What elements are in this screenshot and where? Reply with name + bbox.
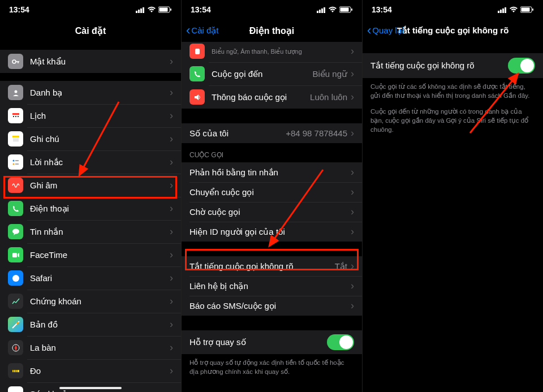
status-indicators [136, 6, 172, 13]
row-label: Lời nhắc [30, 157, 170, 167]
svg-rect-31 [319, 10, 321, 13]
chevron-right-icon: › [351, 300, 354, 312]
page-title: Cài đặt [75, 25, 106, 36]
row-notification-style[interactable]: Biểu ngữ, Âm thanh, Biểu tượng › [182, 42, 362, 62]
chevron-right-icon: › [351, 45, 354, 57]
chevron-right-icon: › [351, 68, 354, 80]
wifi-icon [328, 6, 337, 13]
settings-row-calendar[interactable]: Lịch › [0, 104, 181, 127]
svg-rect-39 [498, 11, 499, 13]
safari-icon [8, 270, 23, 286]
page-title: Tắt tiếng cuộc gọi không rõ [397, 25, 509, 36]
measure-icon [8, 363, 23, 378]
row-label: Chờ cuộc gọi [189, 207, 351, 217]
wifi-icon [509, 6, 518, 13]
svg-rect-32 [321, 8, 323, 13]
cellular-icon [498, 7, 507, 13]
nav-header: Cài đặt [0, 19, 181, 42]
settings-row-compass[interactable]: La bàn › [0, 336, 181, 359]
dial-assist-note: Hỗ trợ quay số tự động xác định tiền tố … [182, 354, 362, 383]
stocks-icon [8, 294, 23, 309]
status-bar: 13:54 [0, 0, 181, 19]
nav-header: ‹ Quay lại Tắt tiếng cuộc gọi không rõ [363, 19, 543, 42]
row-label: Sức khoẻ [30, 389, 170, 393]
silence-unknown-toggle[interactable] [508, 58, 535, 74]
svg-rect-21 [12, 253, 17, 257]
svg-rect-2 [140, 8, 142, 13]
chevron-left-icon: ‹ [186, 24, 190, 37]
settings-row-measure[interactable]: Đo › [0, 359, 181, 382]
voice-memos-icon [8, 178, 23, 193]
chevron-right-icon: › [170, 342, 173, 354]
row-silence-unknown[interactable]: Tắt tiếng cuộc gọi không rõ Tắt › [182, 256, 362, 276]
health-icon [8, 386, 23, 392]
row-label: FaceTime [30, 250, 170, 260]
dial-assist-toggle[interactable] [327, 334, 354, 350]
maps-icon [8, 317, 23, 332]
status-time: 13:54 [191, 5, 211, 14]
status-indicators [498, 6, 534, 13]
svg-rect-1 [138, 10, 140, 13]
row-incoming-calls[interactable]: Cuộc gọi đến Biểu ngữ › [182, 62, 362, 85]
silence-note-2: Cuộc gọi đến từ những người có trong dan… [363, 107, 543, 141]
settings-row-notes[interactable]: Ghi chú › [0, 127, 181, 150]
reminders-icon [8, 154, 23, 170]
settings-row-reminders[interactable]: Lời nhắc › [0, 150, 181, 174]
row-announce-calls[interactable]: Thông báo cuộc gọi Luôn luôn › [182, 85, 362, 109]
chevron-right-icon: › [170, 203, 173, 214]
svg-point-8 [14, 90, 17, 93]
row-label: Hỗ trợ quay số [189, 337, 327, 347]
svg-rect-33 [324, 7, 325, 13]
row-label: Bản đồ [30, 320, 170, 330]
chevron-right-icon: › [170, 249, 173, 261]
settings-row-facetime[interactable]: FaceTime › [0, 243, 181, 266]
row-silence-toggle[interactable]: Tắt tiếng cuộc gọi không rõ [363, 53, 543, 78]
row-call-waiting[interactable]: Chờ cuộc gọi › [182, 202, 362, 222]
row-label: Số của tôi [189, 128, 286, 139]
svg-point-7 [12, 60, 16, 63]
row-report-sms[interactable]: Báo cáo SMS/cuộc gọi › [182, 296, 362, 316]
svg-rect-0 [136, 11, 137, 13]
row-label: Phản hồi bằng tin nhắn [189, 167, 351, 178]
chevron-right-icon: › [170, 388, 173, 392]
key-icon [8, 54, 23, 69]
row-show-caller-id[interactable]: Hiện ID người gọi của tôi › [182, 222, 362, 242]
back-button[interactable]: ‹ Quay lại [367, 24, 404, 37]
row-label: Liên hệ bị chặn [189, 281, 351, 291]
row-dial-assist[interactable]: Hỗ trợ quay số [182, 330, 362, 354]
row-my-number[interactable]: Số của tôi +84 98 7878445 › [182, 123, 362, 143]
chevron-right-icon: › [170, 365, 173, 377]
row-respond-with-text[interactable]: Phản hồi bằng tin nhắn › [182, 162, 362, 182]
svg-rect-37 [195, 49, 200, 54]
chevron-right-icon: › [351, 91, 354, 103]
settings-row-stocks[interactable]: Chứng khoán › [0, 290, 181, 313]
row-label: Tắt tiếng cuộc gọi không rõ [370, 61, 508, 71]
row-label: La bàn [30, 343, 170, 352]
settings-row-phone[interactable]: Điện thoại › [0, 197, 181, 220]
settings-row-maps[interactable]: Bản đồ › [0, 313, 181, 336]
svg-point-22 [12, 275, 19, 282]
svg-rect-44 [522, 8, 530, 12]
svg-rect-35 [341, 8, 349, 12]
back-label: Cài đặt [191, 25, 218, 36]
svg-rect-5 [160, 8, 168, 12]
row-value: Biểu ngữ [312, 69, 347, 79]
settings-row-voicememos[interactable]: Ghi âm › [0, 174, 181, 197]
settings-row-contacts[interactable]: Danh bạ › [0, 81, 181, 104]
row-label: Báo cáo SMS/cuộc gọi [189, 301, 351, 311]
row-label: Tắt tiếng cuộc gọi không rõ [189, 261, 335, 272]
battery-icon [339, 6, 353, 13]
row-blocked-contacts[interactable]: Liên hệ bị chặn › [182, 276, 362, 296]
settings-row-safari[interactable]: Safari › [0, 266, 181, 290]
chevron-right-icon: › [170, 295, 173, 307]
svg-rect-11 [15, 116, 16, 117]
back-button[interactable]: ‹ Cài đặt [186, 24, 219, 37]
settings-row-messages[interactable]: Tin nhắn › [0, 220, 181, 243]
settings-row-passwords[interactable]: Mật khẩu › [0, 50, 181, 73]
svg-rect-40 [500, 10, 502, 13]
row-value: +84 98 7878445 [286, 128, 347, 138]
svg-rect-45 [532, 8, 533, 11]
row-call-forwarding[interactable]: Chuyển cuộc gọi › [182, 182, 362, 202]
phone-icon [189, 66, 205, 81]
status-indicators [317, 6, 353, 13]
